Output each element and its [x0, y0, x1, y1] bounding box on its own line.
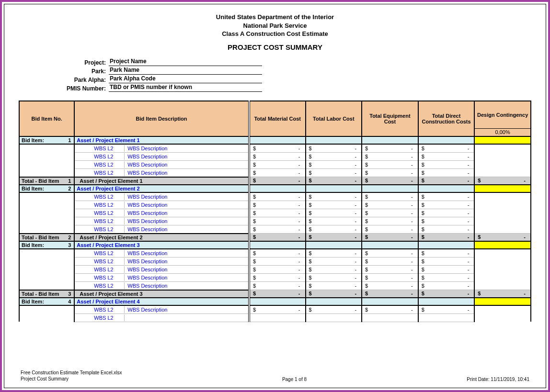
wbs-cell: WBS L2WBS Description	[74, 249, 249, 258]
meta-project-value: Project Name	[109, 58, 262, 66]
wbs-row: WBS L2WBS Description $- $- $- $-	[19, 225, 531, 234]
th-bidno: Bid Item No.	[19, 101, 74, 136]
money-cell: $-	[249, 177, 306, 185]
hdr-cont	[474, 298, 531, 305]
money-cell: $-	[418, 168, 475, 177]
empty-cont	[474, 192, 531, 201]
wbs-row: WBS L2WBS Description $- $- $- $-	[19, 209, 531, 217]
wbs-cell: WBS L2WBS Description	[74, 257, 249, 265]
wbs-cell: WBS L2WBS Description	[74, 265, 249, 273]
money-cell: $-	[306, 177, 362, 185]
money-cell: $-	[362, 273, 418, 281]
wbs-row: WBS L2WBS Description $- $- $- $-	[19, 152, 531, 160]
wbs-cell: WBS L2WBS Description	[74, 160, 249, 168]
money-cell: $-	[474, 234, 531, 241]
empty-bidno	[19, 225, 74, 234]
empty-cont	[474, 273, 531, 281]
hdr-eq	[362, 136, 418, 144]
empty-cont	[474, 217, 531, 225]
bid-item-label-cell: Bid Item:1	[19, 136, 74, 144]
empty-cont	[474, 144, 531, 153]
meta-project-label: Project:	[52, 59, 109, 66]
money-cell: $-	[418, 160, 475, 168]
money-cell: $-	[418, 225, 475, 234]
money-cell: $-	[474, 290, 531, 298]
meta-block: Project: Project Name Park: Park Name Pa…	[52, 58, 531, 92]
money-cell: $-	[249, 201, 306, 209]
empty-bidno	[19, 265, 74, 273]
money-cell: $-	[362, 168, 418, 177]
money-cell: $-	[306, 273, 362, 281]
money-cell: $-	[362, 234, 418, 241]
asset-name: Asset / Project Element 3	[74, 241, 249, 249]
wbs-row: WBS L2	[19, 314, 531, 322]
empty-bidno	[19, 192, 74, 201]
empty-cont	[474, 265, 531, 273]
hdr-eq	[362, 298, 418, 305]
money-cell: $-	[362, 192, 418, 201]
money-cell: $-	[362, 209, 418, 217]
empty-cont	[474, 160, 531, 168]
money-cell: $-	[249, 217, 306, 225]
wbs-cell: WBS L2WBS Description	[74, 152, 249, 160]
money-cell: $-	[306, 160, 362, 168]
money-cell: $-	[418, 209, 475, 217]
money-cell: $-	[362, 290, 418, 298]
meta-park-label: Park:	[52, 68, 109, 75]
meta-parkalpha-value: Park Alpha Code	[109, 75, 262, 83]
money-cell: $-	[418, 152, 475, 160]
wbs-row: WBS L2WBS Description $- $- $- $-	[19, 265, 531, 273]
money-cell: $-	[362, 144, 418, 153]
money-cell: $-	[249, 160, 306, 168]
empty-cont	[474, 201, 531, 209]
empty-bidno	[19, 168, 74, 177]
th-pct: 0,00%	[474, 128, 531, 136]
money-cell: $-	[249, 152, 306, 160]
th-lab: Total Labor Cost	[306, 101, 362, 136]
meta-pmis-label: PMIS Number:	[52, 85, 109, 92]
money-cell: $-	[249, 290, 306, 298]
hdr-mat	[249, 136, 306, 144]
wbs-cell: WBS L2WBS Description	[74, 225, 249, 234]
money-cell: $-	[418, 201, 475, 209]
money-cell: $-	[418, 177, 475, 185]
asset-name: Asset / Project Element 2	[74, 185, 249, 192]
doc-header: United States Department of the Interior…	[19, 13, 531, 51]
empty-cont	[474, 168, 531, 177]
th-dc: Total Direct Construction Costs	[418, 101, 475, 136]
empty-bidno	[19, 152, 74, 160]
money-cell: $-	[306, 152, 362, 160]
empty-bidno	[19, 273, 74, 281]
money-cell: $-	[249, 281, 306, 290]
money-cell: $-	[249, 168, 306, 177]
money-cell: $-	[249, 225, 306, 234]
wbs-row: WBS L2WBS Description $- $- $- $-	[19, 305, 531, 314]
money-cell: $-	[306, 290, 362, 298]
money-cell: $-	[418, 281, 475, 290]
outer-frame: United States Department of the Interior…	[0, 0, 550, 392]
wbs-cell: WBS L2WBS Description	[74, 281, 249, 290]
hdr-eq	[362, 241, 418, 249]
meta-pmis-value: TBD or PMIS number if known	[109, 84, 262, 92]
footer-file: Free Construction Estimate Template Exce…	[21, 370, 122, 376]
wbs-row: WBS L2WBS Description $- $- $- $-	[19, 249, 531, 258]
total-row: Total - Bid Item2 Asset / Project Elemen…	[19, 234, 531, 241]
total-label-cell: Total - Bid Item1	[19, 177, 74, 185]
money-cell: $-	[362, 281, 418, 290]
money-cell: $-	[249, 273, 306, 281]
money-cell	[249, 314, 306, 322]
money-cell: $-	[474, 177, 531, 185]
footer-left: Free Construction Estimate Template Exce…	[21, 370, 122, 382]
money-cell: $-	[418, 290, 475, 298]
wbs-row: WBS L2WBS Description $- $- $- $-	[19, 217, 531, 225]
meta-parkalpha-label: Park Alpha:	[52, 77, 109, 83]
header-line-3: Class A Construction Cost Estimate	[19, 30, 531, 38]
empty-bidno	[19, 209, 74, 217]
footer-page: Page 1 of 8	[122, 377, 467, 382]
money-cell: $-	[418, 257, 475, 265]
empty-cont	[474, 305, 531, 314]
money-cell: $-	[249, 144, 306, 153]
money-cell: $-	[249, 265, 306, 273]
money-cell: $-	[249, 257, 306, 265]
money-cell: $-	[362, 160, 418, 168]
